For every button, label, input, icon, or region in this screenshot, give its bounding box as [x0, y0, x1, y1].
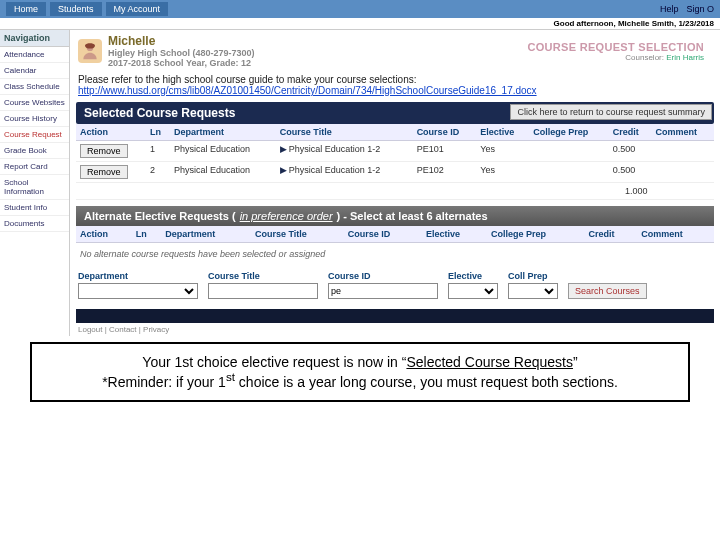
course-search-row: Department Course Title Course ID Electi…	[70, 265, 720, 309]
col-prep: College Prep	[529, 124, 608, 141]
sidebar-header: Navigation	[0, 30, 69, 47]
total-row: 1.000	[76, 183, 714, 200]
sidebar-item-documents[interactable]: Documents	[0, 216, 69, 232]
collprep-label: Coll Prep	[508, 271, 558, 281]
col-comment: Comment	[637, 226, 714, 243]
no-alternates-message: No alternate course requests have been s…	[70, 243, 720, 265]
student-name: Michelle	[108, 34, 255, 48]
instruction-callout: Your 1st choice elective request is now …	[30, 342, 690, 402]
sidebar-item-school-info[interactable]: School Information	[0, 175, 69, 200]
col-credit: Credit	[585, 226, 638, 243]
remove-button[interactable]: Remove	[80, 144, 128, 158]
avatar	[78, 39, 102, 63]
sidebar-item-student-info[interactable]: Student Info	[0, 200, 69, 216]
sidebar-item-class-schedule[interactable]: Class Schedule	[0, 79, 69, 95]
sidebar-item-attendance[interactable]: Attendance	[0, 47, 69, 63]
title-label: Course Title	[208, 271, 318, 281]
school-year: 2017-2018 School Year, Grade: 12	[108, 58, 255, 68]
remove-button[interactable]: Remove	[80, 165, 128, 179]
col-ln: Ln	[146, 124, 170, 141]
person-icon	[80, 41, 100, 61]
divider-bar	[76, 309, 714, 323]
table-row: Remove 2 Physical Education ▶Physical Ed…	[76, 162, 714, 183]
counselor-label: Counselor: Erin Harris	[255, 53, 704, 62]
col-comment: Comment	[652, 124, 714, 141]
col-title: Course Title	[251, 226, 344, 243]
footer-links: Logout | Contact | Privacy	[70, 323, 720, 336]
total-credit: 1.000	[609, 183, 652, 200]
selected-requests-table: Action Ln Department Course Title Course…	[76, 124, 714, 200]
triangle-icon: ▶	[280, 144, 287, 154]
col-id: Course ID	[344, 226, 422, 243]
tab-home[interactable]: Home	[6, 2, 46, 16]
elective-select[interactable]	[448, 283, 498, 299]
course-id-input[interactable]	[328, 283, 438, 299]
id-label: Course ID	[328, 271, 438, 281]
table-row: Remove 1 Physical Education ▶Physical Ed…	[76, 141, 714, 162]
col-dept: Department	[170, 124, 276, 141]
return-summary-button[interactable]: Click here to return to course request s…	[510, 104, 712, 120]
user-info: Michelle Higley High School (480-279-730…	[108, 34, 255, 68]
school-name: Higley High School (480-279-7300)	[108, 48, 255, 58]
tab-students[interactable]: Students	[50, 2, 102, 16]
col-ln: Ln	[132, 226, 161, 243]
col-elective: Elective	[476, 124, 529, 141]
sidebar: Navigation Attendance Calendar Class Sch…	[0, 30, 70, 336]
page-title: COURSE REQUEST SELECTION	[255, 41, 704, 53]
alternates-table: Action Ln Department Course Title Course…	[76, 226, 714, 243]
dept-label: Department	[78, 271, 198, 281]
sidebar-item-grade-book[interactable]: Grade Book	[0, 143, 69, 159]
sidebar-item-course-request[interactable]: Course Request	[0, 127, 69, 143]
dept-select[interactable]	[78, 283, 198, 299]
col-elective: Elective	[422, 226, 487, 243]
sidebar-item-course-history[interactable]: Course History	[0, 111, 69, 127]
col-title: Course Title	[276, 124, 413, 141]
sidebar-item-report-card[interactable]: Report Card	[0, 159, 69, 175]
col-prep: College Prep	[487, 226, 585, 243]
top-nav: Home Students My Account Help Sign O	[0, 0, 720, 18]
collprep-select[interactable]	[508, 283, 558, 299]
col-id: Course ID	[413, 124, 477, 141]
col-action: Action	[76, 124, 146, 141]
col-credit: Credit	[609, 124, 652, 141]
sidebar-item-course-websites[interactable]: Course Websites	[0, 95, 69, 111]
guide-notice: Please refer to the high school course g…	[70, 72, 720, 98]
alternates-header: Alternate Elective Requests (in preferen…	[76, 206, 714, 226]
col-dept: Department	[161, 226, 251, 243]
col-action: Action	[76, 226, 132, 243]
help-link[interactable]: Help	[660, 4, 679, 14]
course-guide-link[interactable]: http://www.husd.org/cms/lib08/AZ01001450…	[78, 85, 537, 96]
search-courses-button[interactable]: Search Courses	[568, 283, 647, 299]
signout-link[interactable]: Sign O	[686, 4, 714, 14]
tab-my-account[interactable]: My Account	[106, 2, 169, 16]
greeting-bar: Good afternoon, Michelle Smith, 1/23/201…	[0, 18, 720, 30]
triangle-icon: ▶	[280, 165, 287, 175]
sidebar-item-calendar[interactable]: Calendar	[0, 63, 69, 79]
elective-label: Elective	[448, 271, 498, 281]
course-title-input[interactable]	[208, 283, 318, 299]
